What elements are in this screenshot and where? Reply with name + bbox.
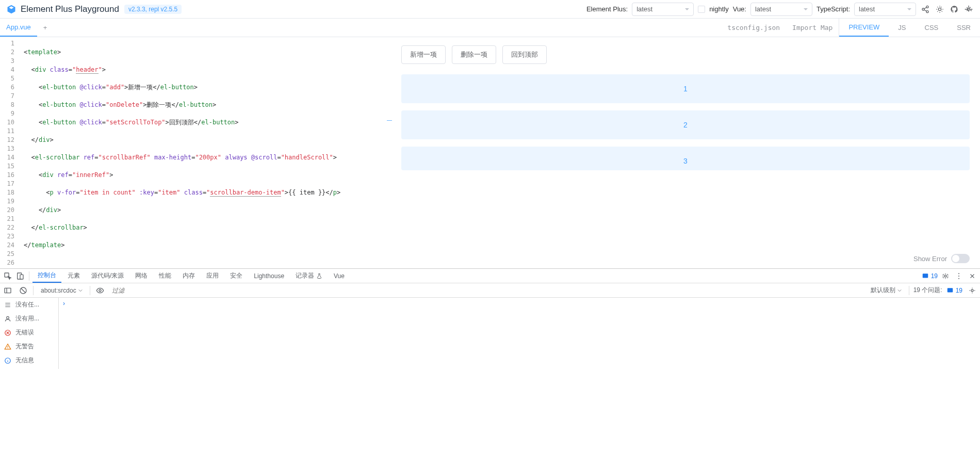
share-icon[interactable]: [920, 4, 930, 14]
sidebar-warnings[interactable]: 无警告: [0, 340, 58, 353]
devtools-tab-elements[interactable]: 元素: [62, 269, 85, 283]
main-split: 1234567891011121314151617181920212223242…: [0, 37, 980, 268]
svg-point-3: [938, 8, 941, 10]
element-plus-logo: [6, 4, 17, 14]
list-item: 2: [401, 110, 970, 139]
import-map-link[interactable]: Import Map: [786, 24, 839, 31]
tab-ssr[interactable]: SSR: [948, 19, 980, 37]
tab-preview[interactable]: PREVIEW: [839, 19, 889, 37]
svg-point-2: [926, 10, 928, 12]
sidebar-info[interactable]: 无信息: [0, 353, 58, 367]
theme-icon[interactable]: [935, 4, 945, 14]
error-icon: [4, 329, 11, 336]
chevron-down-icon: [78, 288, 83, 293]
tab-css[interactable]: CSS: [916, 19, 948, 37]
sidebar-all-messages[interactable]: 没有任...: [0, 298, 58, 312]
svg-rect-16: [947, 288, 953, 292]
clear-console-icon[interactable]: [18, 285, 29, 296]
log-levels-select[interactable]: 默认级别: [868, 286, 905, 295]
devtools-tab-sources[interactable]: 源代码/来源: [86, 269, 129, 283]
list-icon: [4, 301, 11, 309]
github-icon[interactable]: [949, 4, 959, 14]
tsconfig-link[interactable]: tsconfig.json: [721, 24, 786, 31]
devtools-tab-application[interactable]: 应用: [201, 269, 224, 283]
nightly-checkbox[interactable]: [698, 6, 705, 13]
devtools-close-icon[interactable]: [967, 270, 978, 282]
version-badge: v2.3.3, repl v2.5.5: [124, 5, 182, 14]
svg-rect-7: [20, 275, 23, 279]
vue-version-select[interactable]: latest: [750, 3, 812, 16]
console-output[interactable]: ›: [59, 298, 980, 369]
settings-icon[interactable]: [963, 4, 974, 14]
show-error-label: Show Error: [913, 255, 947, 263]
svg-point-11: [958, 276, 959, 277]
svg-point-18: [7, 316, 9, 319]
sidebar-verbose[interactable]: 无详细...: [0, 367, 58, 369]
svg-point-9: [944, 275, 946, 277]
flask-icon: [316, 273, 322, 279]
issues-indicator[interactable]: 19: [922, 272, 938, 280]
add-file-button[interactable]: +: [37, 24, 54, 31]
devtools-tab-network[interactable]: 网络: [130, 269, 153, 283]
chevron-down-icon: [897, 288, 902, 293]
sidebar-errors[interactable]: 无错误: [0, 326, 58, 340]
add-item-button[interactable]: 新增一项: [401, 45, 446, 64]
devtools-tab-vue[interactable]: Vue: [329, 269, 350, 283]
info-icon: [4, 357, 11, 364]
ep-label: Element Plus:: [586, 5, 628, 13]
device-icon[interactable]: [14, 270, 26, 282]
svg-point-1: [922, 8, 924, 10]
vue-label: Vue:: [733, 5, 746, 13]
code-editor[interactable]: 1234567891011121314151617181920212223242…: [0, 37, 388, 268]
toggle-sidebar-icon[interactable]: [2, 285, 13, 296]
inspect-icon[interactable]: [2, 270, 13, 282]
devtools-more-icon[interactable]: [953, 270, 965, 282]
app-header: Element Plus Playground v2.3.3, repl v2.…: [0, 0, 980, 19]
console-prompt-icon: ›: [63, 300, 65, 307]
line-gutter: 1234567891011121314151617181920212223242…: [0, 37, 21, 268]
warning-icon: [4, 343, 11, 350]
console-filter-input[interactable]: [110, 286, 677, 295]
sidebar-user-messages[interactable]: 没有用...: [0, 312, 58, 326]
app-title: Element Plus Playground: [21, 4, 119, 14]
issues-label: 19 个问题:: [913, 286, 942, 295]
delete-item-button[interactable]: 删除一项: [452, 45, 496, 64]
list-item: 3: [401, 147, 970, 170]
ts-version-select[interactable]: latest: [854, 3, 916, 16]
list-item: 1: [401, 74, 970, 103]
svg-point-10: [958, 273, 959, 274]
devtools-tab-console[interactable]: 控制台: [32, 269, 61, 283]
devtools-panel: 控制台 元素 源代码/来源 网络 性能 内存 应用 安全 Lighthouse …: [0, 268, 980, 369]
nightly-label: nightly: [709, 5, 729, 13]
code-content: <template> <div class="header"> <el-butt…: [24, 39, 388, 268]
svg-point-12: [958, 278, 959, 279]
devtools-tab-lighthouse[interactable]: Lighthouse: [249, 269, 289, 283]
show-error-toggle[interactable]: [951, 254, 970, 263]
console-sidebar: 没有任... 没有用... 无错误 无警告 无信息 无详细...: [0, 298, 59, 369]
devtools-tab-memory[interactable]: 内存: [177, 269, 200, 283]
scroll-top-button[interactable]: 回到顶部: [502, 45, 547, 64]
live-expression-icon[interactable]: [94, 285, 106, 296]
svg-point-0: [926, 6, 928, 8]
ts-label: TypeScript:: [816, 5, 850, 13]
svg-rect-8: [922, 273, 928, 278]
issues-count-badge[interactable]: 19: [946, 287, 962, 294]
devtools-tab-recorder[interactable]: 记录器: [290, 269, 328, 283]
svg-point-17: [971, 289, 973, 292]
svg-rect-13: [5, 288, 11, 293]
tab-js[interactable]: JS: [889, 19, 915, 37]
console-settings-icon[interactable]: [967, 285, 978, 296]
user-icon: [4, 315, 11, 323]
devtools-settings-icon[interactable]: [940, 270, 951, 282]
devtools-tab-performance[interactable]: 性能: [154, 269, 176, 283]
tabs-bar: App.vue + tsconfig.json Import Map PREVI…: [0, 19, 980, 37]
context-select[interactable]: about:srcdoc: [38, 287, 86, 294]
ep-version-select[interactable]: latest: [632, 3, 694, 16]
devtools-tab-security[interactable]: 安全: [225, 269, 248, 283]
preview-pane: 新增一项 删除一项 回到顶部 1 2 3 Show Error: [391, 37, 980, 268]
svg-point-15: [99, 289, 101, 292]
file-tab-app[interactable]: App.vue: [0, 19, 37, 37]
